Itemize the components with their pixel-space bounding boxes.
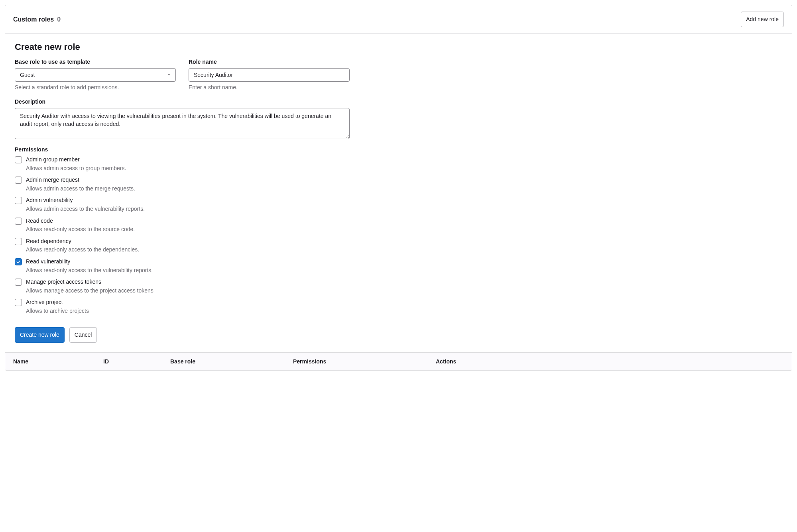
description-group: Description xyxy=(15,98,350,139)
permission-label[interactable]: Admin merge request xyxy=(26,176,135,184)
permission-checkbox[interactable] xyxy=(15,299,22,306)
permission-label[interactable]: Admin group member xyxy=(26,156,126,164)
permission-checkbox[interactable] xyxy=(15,258,22,265)
permission-text: Manage project access tokensAllows manag… xyxy=(26,278,153,294)
cancel-button[interactable]: Cancel xyxy=(69,327,97,343)
form-row-top: Base role to use as template Guest Selec… xyxy=(15,59,782,90)
permission-item: Archive projectAllows to archive project… xyxy=(15,298,782,315)
permission-checkbox[interactable] xyxy=(15,279,22,286)
permission-description: Allows admin access to the merge request… xyxy=(26,185,135,193)
page-title: Custom roles xyxy=(13,16,54,23)
role-name-input[interactable] xyxy=(189,68,350,82)
permission-label[interactable]: Read dependency xyxy=(26,238,139,245)
permission-item: Read vulnerabilityAllows read-only acces… xyxy=(15,258,782,274)
permission-description: Allows read-only access to the vulnerabi… xyxy=(26,267,153,275)
permission-description: Allows read-only access to the dependenc… xyxy=(26,246,139,254)
permission-text: Admin merge requestAllows admin access t… xyxy=(26,176,135,192)
permissions-list: Admin group memberAllows admin access to… xyxy=(15,156,782,315)
permission-item: Manage project access tokensAllows manag… xyxy=(15,278,782,294)
column-permissions: Permissions xyxy=(293,358,436,365)
permission-text: Read vulnerabilityAllows read-only acces… xyxy=(26,258,153,274)
column-name: Name xyxy=(13,358,103,365)
permission-checkbox[interactable] xyxy=(15,177,22,184)
permission-text: Read codeAllows read-only access to the … xyxy=(26,217,135,234)
permission-description: Allows manage access to the project acce… xyxy=(26,287,153,295)
create-role-form: Create new role Base role to use as temp… xyxy=(5,34,792,352)
base-role-value: Guest xyxy=(20,72,35,78)
base-role-label: Base role to use as template xyxy=(15,59,176,65)
permission-item: Admin merge requestAllows admin access t… xyxy=(15,176,782,192)
description-input[interactable] xyxy=(15,108,350,139)
permission-description: Allows admin access to the vulnerability… xyxy=(26,205,145,213)
permission-label[interactable]: Read code xyxy=(26,217,135,225)
permission-text: Archive projectAllows to archive project… xyxy=(26,298,89,315)
description-label: Description xyxy=(15,98,350,105)
role-name-group: Role name Enter a short name. xyxy=(189,59,350,90)
permission-description: Allows read-only access to the source co… xyxy=(26,226,135,234)
permission-description: Allows admin access to group members. xyxy=(26,165,126,173)
permission-checkbox[interactable] xyxy=(15,197,22,204)
permission-label[interactable]: Manage project access tokens xyxy=(26,278,153,286)
role-name-label: Role name xyxy=(189,59,350,65)
permission-label[interactable]: Read vulnerability xyxy=(26,258,153,266)
base-role-group: Base role to use as template Guest Selec… xyxy=(15,59,176,90)
role-name-help: Enter a short name. xyxy=(189,84,350,90)
header-title-group: Custom roles 0 xyxy=(13,16,61,23)
chevron-down-icon xyxy=(167,72,171,78)
roles-table-header: Name ID Base role Permissions Actions xyxy=(5,352,792,370)
permissions-section: Permissions Admin group memberAllows adm… xyxy=(15,146,782,315)
card-header: Custom roles 0 Add new role xyxy=(5,5,792,34)
permission-label[interactable]: Archive project xyxy=(26,298,89,306)
roles-count: 0 xyxy=(57,16,61,23)
permission-text: Admin vulnerabilityAllows admin access t… xyxy=(26,196,145,213)
permission-item: Admin vulnerabilityAllows admin access t… xyxy=(15,196,782,213)
column-id: ID xyxy=(103,358,170,365)
base-role-help: Select a standard role to add permission… xyxy=(15,84,176,90)
add-new-role-button[interactable]: Add new role xyxy=(741,12,784,27)
permission-checkbox[interactable] xyxy=(15,156,22,163)
column-actions: Actions xyxy=(436,358,784,365)
create-role-button[interactable]: Create new role xyxy=(15,327,65,343)
permission-label[interactable]: Admin vulnerability xyxy=(26,196,145,204)
permission-item: Read codeAllows read-only access to the … xyxy=(15,217,782,234)
column-base-role: Base role xyxy=(170,358,293,365)
permissions-heading: Permissions xyxy=(15,146,782,153)
form-actions: Create new role Cancel xyxy=(15,327,782,343)
permission-description: Allows to archive projects xyxy=(26,307,89,315)
permission-item: Read dependencyAllows read-only access t… xyxy=(15,238,782,254)
permission-item: Admin group memberAllows admin access to… xyxy=(15,156,782,172)
permission-text: Read dependencyAllows read-only access t… xyxy=(26,238,139,254)
permission-text: Admin group memberAllows admin access to… xyxy=(26,156,126,172)
permission-checkbox[interactable] xyxy=(15,218,22,225)
form-heading: Create new role xyxy=(15,42,782,52)
permission-checkbox[interactable] xyxy=(15,238,22,245)
base-role-select[interactable]: Guest xyxy=(15,68,176,82)
custom-roles-card: Custom roles 0 Add new role Create new r… xyxy=(5,5,792,371)
